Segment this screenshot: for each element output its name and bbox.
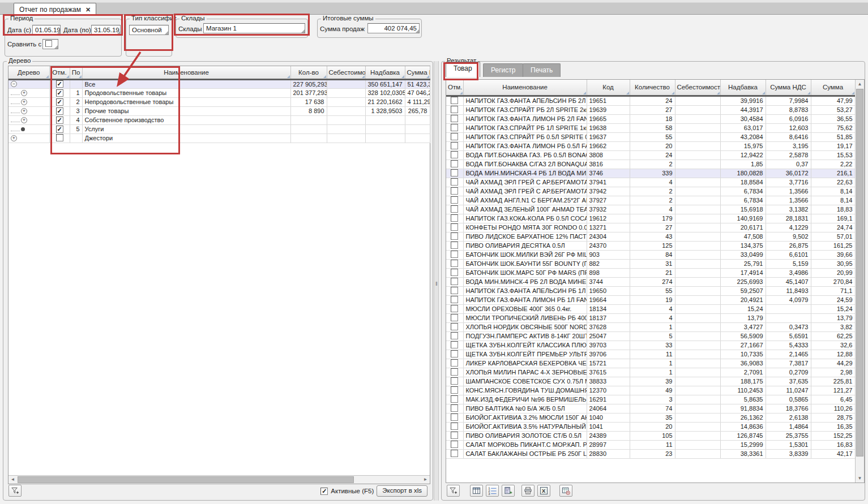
table-row[interactable]: МАК.ИЗД.ФЕДЕРИЧИ №96 ВЕРМИШЕЛЬ 51629135,… [446,395,855,404]
table-row[interactable]: ПИВО ОЛИВАРИЯ ДЕСЯТКА 0.5Л24370125134,37… [446,241,855,250]
table-row[interactable]: САЛАТ МОРКОВЬ ПИКАНТ.С МОР.КАП. РЕ289971… [446,440,855,449]
tree-horizontal-scrollbar[interactable]: ◄ ► [8,475,430,484]
row-checkbox[interactable] [451,305,458,312]
table-row[interactable]: +✓3Прочие товары8 8901 328,9503265,78 [8,106,430,115]
table-row[interactable]: ВОДА МИН.МИНСК-4 РБ 2Л ВОДА МИНЕР.374427… [446,277,855,286]
row-checkbox[interactable] [451,187,458,195]
columns-icon[interactable] [470,485,483,497]
filter-icon[interactable] [8,485,22,497]
table-row[interactable]: −✓Все227 905,293350 651,14751 423,3 [8,79,430,88]
table-row[interactable]: НАПИТОК ГАЗ.СПРАЙТ РБ 0.5Л SPRITE 0.1963… [446,132,855,141]
expand-icon[interactable]: + [21,90,27,96]
row-checkbox[interactable] [451,450,458,457]
table-row[interactable]: ВОДА ПИТ.БОНАКВА ГАЗ. РБ 0.5Л BONAQ38082… [446,150,855,160]
row-checkbox[interactable] [451,106,458,113]
row-checkbox[interactable] [451,314,458,321]
column-header[interactable]: Сумма Н [405,66,430,79]
row-checkbox[interactable] [451,133,458,140]
table-row[interactable]: САЛАТ БАКЛАЖАНЫ ОСТРЫЕ РБ 250Г LE2883023… [446,449,855,458]
row-checkbox[interactable]: ✓ [56,98,63,106]
column-header[interactable]: Себестоимост [675,80,720,96]
row-checkbox[interactable] [451,142,458,149]
export-xls-button[interactable]: Экспорт в xls [377,485,427,497]
filter-add-icon[interactable] [447,485,460,497]
tab-sales-report[interactable]: Отчет по продажам ✕ [14,3,96,15]
table-row[interactable]: ПОДГУЗН.ПАМПЕРС АКТИВ 8-14КГ 20ШТ2504755… [446,331,855,341]
expand-icon[interactable]: + [21,99,27,105]
tab-close-icon[interactable]: ✕ [85,6,91,14]
row-checkbox[interactable] [451,178,458,186]
print-icon[interactable] [521,485,535,497]
table-row[interactable]: ПИВО ОЛИВАРИЯ ЗОЛОТОЕ СТ/Б 0.5Л243891051… [446,431,855,440]
row-numbers-icon[interactable]: 123 [486,485,499,497]
table-row[interactable]: ПИВО БАЛТИКА №0 Б/А Ж/Б 0.5Л240647491,88… [446,404,855,413]
row-checkbox[interactable] [56,134,63,141]
row-checkbox[interactable] [451,350,458,357]
row-checkbox[interactable] [451,223,458,231]
row-checkbox[interactable] [451,432,458,439]
row-checkbox[interactable] [451,232,458,240]
column-header[interactable]: Наименование [463,80,587,96]
expand-icon[interactable]: + [21,108,27,114]
table-row[interactable]: БАТОНЧИК ШОК.МАРС 50Г РФ MARS (ПРИ898211… [446,268,855,277]
column-header[interactable]: Количество [630,80,675,96]
table-row[interactable]: НАПИТОК ГАЗ.СПРАЙТ РБ 1Л SPRITE 1кг.1963… [446,123,855,132]
table-row[interactable]: ВОДА ПИТ.БОНАКВА С/ГАЗ 2Л BONAQUA381621,… [446,160,855,169]
table-row[interactable]: ВОДА МИН.МИНСКАЯ-4 РБ 1Л ВОДА МИН3746339… [446,169,855,178]
row-checkbox[interactable] [451,341,458,348]
table-row[interactable]: НАПИТОК ГАЗ.КОКА-КОЛА РБ 0.5Л COCA196121… [446,214,855,223]
column-header[interactable]: По [70,66,82,79]
column-header[interactable]: Себестоимо [327,66,365,79]
scroll-up-icon[interactable]: ▲ [856,80,864,88]
table-row[interactable]: КОНФЕТЫ РОНДО МЯТА 30Г RONDO 0.031327127… [446,223,855,232]
row-checkbox[interactable] [451,269,458,276]
row-checkbox[interactable] [451,278,458,285]
table-row[interactable]: +✓4Собственное производство [8,115,430,124]
table-row[interactable]: ШАМПАНСКОЕ СОВЕТСКОЕ СУХ 0.75Л М38833391… [446,377,855,386]
tab-tovar[interactable]: Товар [446,62,480,77]
row-checkbox[interactable] [451,196,458,204]
table-row[interactable]: +Джестори [8,133,430,143]
tab-pechat[interactable]: Печать [523,63,561,77]
scroll-left-icon[interactable]: ◄ [8,476,17,484]
column-header[interactable]: Отм. [49,66,70,79]
table-row[interactable]: КОНС.МЯСН.ГОВЯДИНА ТУШ.ДОМАШНЯЯ123704911… [446,386,855,395]
row-checkbox[interactable] [451,377,458,385]
row-checkbox[interactable]: ✓ [56,80,63,88]
calculator-add-icon[interactable] [502,485,515,497]
column-header[interactable]: Наименование [82,66,290,79]
table-row[interactable]: ЩЕТКА ЗУБН.КОЛГЕЙТ ПРЕМЬЕР УЛЬТРА3970611… [446,350,855,359]
row-checkbox[interactable] [451,332,458,339]
table-row[interactable]: ЧАЙ АХМАД ЭРЛ ГРЕЙ С АР.БЕРГАМОТА3794226… [446,187,855,196]
tree-hscroll-thumb[interactable] [18,476,354,483]
scroll-right-icon[interactable]: ► [421,476,430,484]
row-checkbox[interactable] [451,160,458,167]
table-row[interactable]: БАТОНЧИК ШОК.БАУНТИ 55Г BOUNTY (ПР882312… [446,259,855,268]
table-row[interactable]: ЩЕТКА ЗУБН.КОЛГЕЙТ КЛАССИКА ПЛЮС39703332… [446,341,855,350]
table-row[interactable]: ПИВО ЛИДСКОЕ БАРХАТНОЕ 12% ПАСТ (2430443… [446,232,855,241]
row-checkbox[interactable] [451,413,458,421]
row-checkbox[interactable] [451,97,458,104]
row-checkbox[interactable] [451,115,458,122]
row-checkbox[interactable] [451,296,458,303]
table-row[interactable]: +✓1Продовольственные товары201 377,29332… [8,88,430,97]
date-to-input[interactable]: 31.05.19 [91,25,121,35]
expand-icon[interactable]: + [11,135,17,141]
table-row[interactable]: ✓5Услуги [8,124,430,133]
row-checkbox[interactable] [451,214,458,222]
active-checkbox[interactable]: ✓ [320,488,328,495]
row-checkbox[interactable]: ✓ [56,107,63,115]
table-row[interactable]: ЛИКЕР КАРЛОВАРСКАЯ БЕХЕРОВКА ЧЕХ15721136… [446,359,855,368]
row-checkbox[interactable] [451,260,458,267]
row-checkbox[interactable] [451,151,458,158]
row-checkbox[interactable] [451,404,458,412]
table-row[interactable]: БАТОНЧИК ШОК.МИЛКИ ВЭЙ 26Г РФ MILK903843… [446,250,855,259]
row-checkbox[interactable] [451,205,458,213]
classifier-select[interactable]: Основной [129,25,169,35]
column-header[interactable]: Сумма [811,80,855,96]
table-row[interactable]: ХЛОПЬЯ НОРДИК ОВСЯНЫЕ 500Г NORDI3762813,… [446,322,855,331]
compare-field[interactable] [42,39,58,49]
clear-grid-icon[interactable] [559,485,572,497]
table-row[interactable]: БИОЙОГ.АКТИВИА 3.5% НАТУРАЛЬНЫЙ 11041201… [446,422,855,431]
row-checkbox[interactable] [451,287,458,294]
